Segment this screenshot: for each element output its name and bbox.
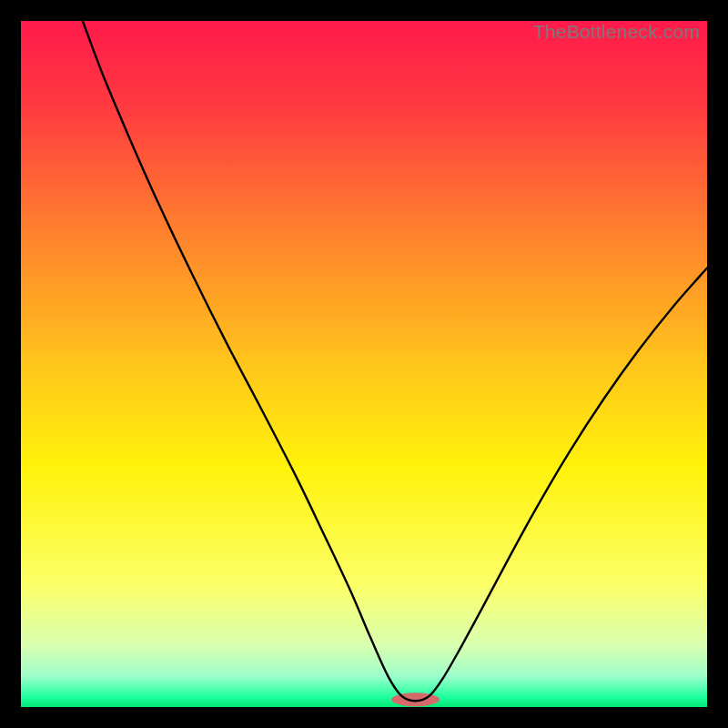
watermark-label: TheBottleneck.com xyxy=(533,21,700,43)
optimal-marker xyxy=(391,693,440,706)
bottleneck-chart xyxy=(21,21,707,707)
chart-frame: TheBottleneck.com xyxy=(21,21,707,707)
